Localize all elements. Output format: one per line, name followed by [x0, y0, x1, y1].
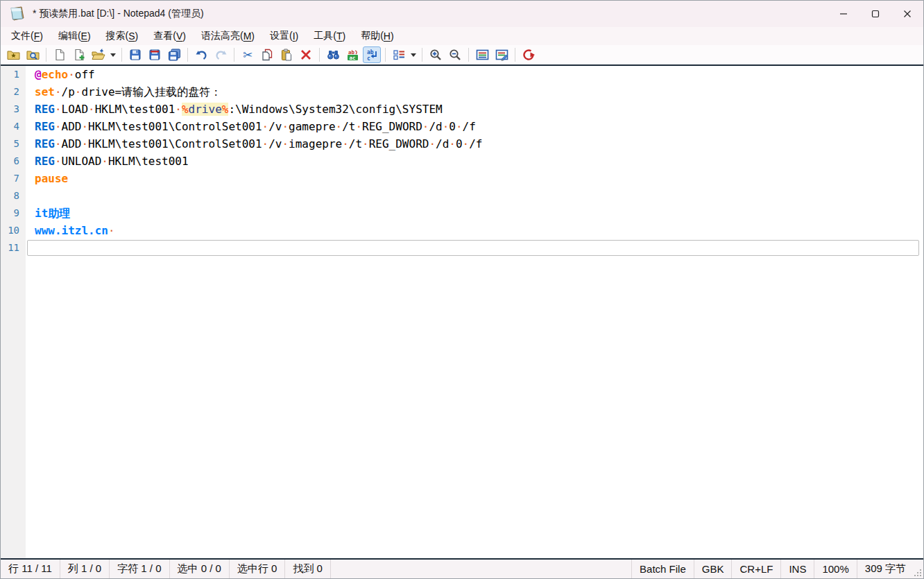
status-line-position: 行 11 / 11 [1, 560, 60, 578]
status-overtype-mode[interactable]: INS [780, 560, 814, 578]
toolbar-separator [187, 48, 188, 62]
maximize-icon [871, 10, 880, 18]
new-file-from-template-button[interactable] [70, 46, 88, 63]
scheme-config-icon [476, 49, 489, 61]
find-binoculars-icon [327, 49, 340, 61]
menu-settings[interactable]: 设置(I) [262, 27, 306, 45]
redo-button[interactable] [212, 46, 230, 63]
line-number[interactable]: 7 [1, 170, 26, 187]
save-as-button[interactable] [146, 46, 164, 63]
line-number[interactable]: 8 [1, 187, 26, 205]
menu-scheme[interactable]: 语法高亮(M) [194, 27, 262, 45]
favorites-folder-icon [7, 49, 20, 61]
menu-tools[interactable]: 工具(T) [306, 27, 353, 45]
line-number[interactable]: 4 [1, 118, 26, 135]
line-number[interactable]: 11 [1, 239, 26, 257]
code-line: 4REG·ADD·HKLM\test001\ControlSet001·/v·g… [1, 118, 923, 135]
open-recent-dropdown[interactable] [108, 46, 118, 63]
maximize-button[interactable] [859, 1, 891, 27]
code-text[interactable] [26, 187, 923, 205]
menu-edit[interactable]: 编辑(E) [51, 27, 99, 45]
folder-search-icon [26, 49, 40, 61]
scheme-select-button[interactable] [390, 46, 408, 63]
find-button[interactable] [324, 46, 342, 63]
code-line: 5REG·ADD·HKLM\test001\ControlSet001·/v·i… [1, 135, 923, 153]
status-character-position: 字符 1 / 0 [110, 560, 169, 578]
status-left: 行 11 / 11列 1 / 0字符 1 / 0选中 0 / 0选中行 0找到 … [1, 560, 331, 578]
exit-icon [522, 49, 536, 61]
status-file-scheme[interactable]: Batch File [631, 560, 694, 578]
window-title: * 预读禁用.bat [D:\] - Notepad4 (管理员) [33, 8, 204, 20]
code-text[interactable]: www.itzl.cn· [26, 222, 923, 239]
status-encoding[interactable]: GBK [694, 560, 732, 578]
zoom-out-icon [449, 49, 462, 61]
code-line: 7pause [1, 170, 923, 187]
save-all-button[interactable] [165, 46, 183, 63]
status-column-position: 列 1 / 0 [60, 560, 110, 578]
status-right: Batch FileGBKCR+LFINS100%309 字节 [631, 560, 914, 578]
open-file-button[interactable] [89, 46, 108, 63]
open-folder-icon [92, 49, 105, 61]
toolbar-separator [385, 48, 386, 62]
toolbar-separator [121, 48, 122, 62]
resize-grip[interactable] [914, 560, 923, 578]
new-file-plus-icon [73, 49, 85, 61]
view-scheme-config-button[interactable] [473, 46, 491, 63]
menu-help[interactable]: 帮助(H) [353, 27, 401, 45]
save-button[interactable] [126, 46, 144, 63]
favorites-folder-button[interactable] [4, 46, 22, 63]
code-text[interactable]: REG·UNLOAD·HKLM\test001 [26, 153, 923, 170]
word-wrap-button[interactable]: ab c [363, 46, 381, 63]
editor[interactable]: 1@echo·off2set·/p·drive=请输入挂载的盘符：3REG·LO… [1, 66, 923, 558]
status-file-size[interactable]: 309 字节 [857, 560, 914, 578]
line-number[interactable]: 5 [1, 135, 26, 153]
close-button[interactable] [891, 1, 923, 27]
browse-favorites-button[interactable] [24, 46, 42, 63]
status-line-ending[interactable]: CR+LF [731, 560, 780, 578]
menu-file[interactable]: 文件(F) [3, 27, 51, 45]
menu-view[interactable]: 查看(V) [146, 27, 194, 45]
save-all-icon [168, 49, 181, 61]
line-number[interactable]: 10 [1, 222, 26, 239]
zoom-in-button[interactable] [427, 46, 445, 63]
save-icon [129, 49, 142, 61]
code-text[interactable]: REG·LOAD·HKLM\test001·%drive%:\Windows\S… [26, 101, 923, 118]
undo-button[interactable] [192, 46, 210, 63]
menu-search[interactable]: 搜索(S) [99, 27, 146, 45]
code-text[interactable]: REG·ADD·HKLM\test001\ControlSet001·/v·ga… [26, 118, 923, 135]
line-number[interactable]: 9 [1, 205, 26, 222]
line-number[interactable]: 6 [1, 153, 26, 170]
delete-button[interactable] [297, 46, 315, 63]
scheme-list-icon [393, 49, 406, 61]
exit-button[interactable] [520, 46, 538, 63]
scheme-edit-pencil-icon [495, 49, 508, 61]
paste-button[interactable] [277, 46, 296, 63]
undo-icon [195, 49, 208, 61]
code-text[interactable]: it助理 [26, 205, 923, 222]
code-text[interactable]: REG·ADD·HKLM\test001\ControlSet001·/v·im… [26, 135, 923, 153]
replace-button[interactable]: ab ac [343, 46, 361, 63]
svg-text:c: c [367, 55, 370, 62]
copy-button[interactable] [258, 46, 276, 63]
toolbar-separator [46, 48, 46, 62]
code-text[interactable]: pause [26, 170, 923, 187]
line-number[interactable]: 1 [1, 66, 26, 83]
line-number[interactable]: 3 [1, 101, 26, 118]
code-text-current-line[interactable] [26, 239, 923, 257]
zoom-out-button[interactable] [446, 46, 464, 63]
cut-button[interactable]: ✂ [239, 46, 257, 63]
code-line: 6REG·UNLOAD·HKLM\test001 [1, 153, 923, 170]
editor-lines: 1@echo·off2set·/p·drive=请输入挂载的盘符：3REG·LO… [1, 66, 923, 257]
customize-scheme-button[interactable] [493, 46, 511, 63]
status-zoom-level[interactable]: 100% [814, 560, 856, 578]
scheme-dropdown[interactable] [409, 46, 418, 63]
code-text[interactable]: set·/p·drive=请输入挂载的盘符： [26, 83, 923, 101]
toolbar-separator [319, 48, 320, 62]
new-file-button[interactable] [51, 46, 69, 63]
line-number[interactable]: 2 [1, 83, 26, 101]
code-line: 10www.itzl.cn· [1, 222, 923, 239]
toolbar: ✂ ab [1, 45, 923, 64]
minimize-button[interactable] [828, 1, 859, 27]
code-text[interactable]: @echo·off [26, 66, 923, 83]
word-wrap-icon: ab c [366, 49, 379, 61]
